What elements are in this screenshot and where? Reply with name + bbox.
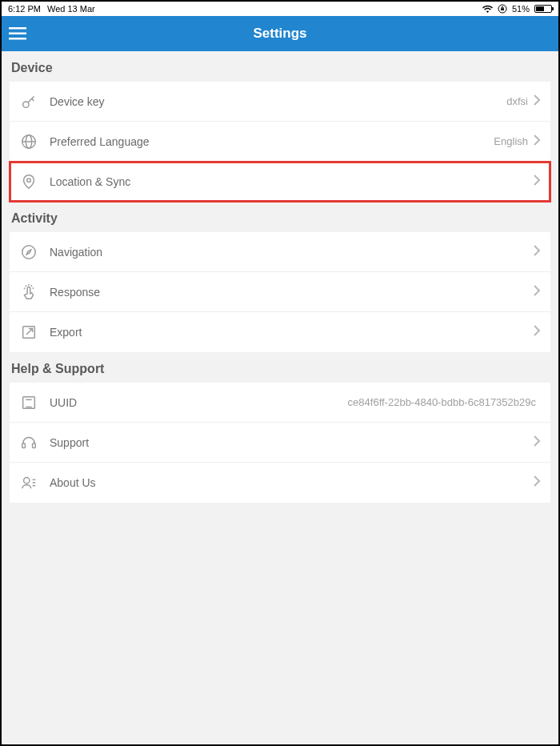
row-label: About Us: [50, 476, 533, 489]
status-date: Wed 13 Mar: [47, 4, 95, 14]
menu-button[interactable]: [2, 16, 34, 51]
wifi-icon: [482, 5, 493, 13]
row-device-key[interactable]: Device key dxfsi: [10, 82, 550, 122]
row-label: Preferred Language: [50, 135, 494, 148]
row-uuid[interactable]: UUID ce84f6ff-22bb-4840-bdbb-6c817352b29…: [10, 383, 550, 423]
chevron-right-icon: [533, 174, 541, 190]
chevron-right-icon: [533, 284, 541, 300]
id-card-icon: [19, 393, 38, 412]
section-header-device: Device: [2, 51, 558, 82]
svg-point-11: [22, 245, 36, 259]
chevron-right-icon: [533, 134, 541, 150]
status-bar: 6:12 PM Wed 13 Mar 51%: [2, 2, 558, 16]
row-about-us[interactable]: About Us: [10, 463, 550, 503]
row-label: UUID: [50, 396, 348, 409]
chevron-right-icon: [533, 244, 541, 260]
nav-bar: Settings: [2, 16, 558, 51]
svg-rect-17: [22, 443, 26, 447]
support-icon: [19, 433, 38, 452]
help-list: UUID ce84f6ff-22bb-4840-bdbb-6c817352b29…: [10, 383, 550, 503]
export-icon: [19, 323, 38, 342]
orientation-lock-icon: [498, 4, 507, 14]
row-navigation[interactable]: Navigation: [10, 232, 550, 272]
row-export[interactable]: Export: [10, 312, 550, 352]
row-label: Response: [50, 286, 533, 299]
row-support[interactable]: Support: [10, 423, 550, 463]
row-preferred-language[interactable]: Preferred Language English: [10, 122, 550, 162]
svg-rect-18: [33, 443, 36, 447]
chevron-right-icon: [533, 324, 541, 340]
device-list: Device key dxfsi Preferred Language Engl…: [10, 82, 550, 202]
compass-icon: [19, 243, 38, 262]
row-label: Location & Sync: [50, 175, 533, 188]
svg-marker-12: [26, 250, 31, 255]
svg-rect-2: [9, 33, 26, 35]
tap-icon: [19, 283, 38, 302]
svg-point-19: [24, 478, 30, 483]
svg-rect-1: [9, 27, 26, 30]
row-response[interactable]: Response: [10, 272, 550, 312]
row-value: dxfsi: [506, 95, 528, 107]
chevron-right-icon: [533, 435, 541, 451]
content-area: Device Device key dxfsi Preferred Langua…: [2, 51, 558, 503]
row-label: Navigation: [50, 246, 533, 259]
section-header-help: Help & Support: [2, 352, 558, 383]
row-label: Device key: [50, 95, 506, 108]
location-pin-icon: [19, 172, 38, 191]
chevron-right-icon: [533, 475, 541, 491]
row-label: Support: [50, 436, 533, 449]
row-label: Export: [50, 326, 533, 339]
key-icon: [19, 92, 38, 111]
globe-icon: [19, 132, 38, 151]
svg-rect-3: [9, 38, 26, 40]
status-time: 6:12 PM: [8, 4, 41, 14]
activity-list: Navigation Response Export: [10, 232, 550, 352]
page-title: Settings: [2, 26, 558, 42]
row-value: ce84f6ff-22bb-4840-bdbb-6c817352b29c: [348, 396, 536, 408]
row-location-sync[interactable]: Location & Sync: [10, 162, 550, 202]
chevron-right-icon: [533, 94, 541, 110]
svg-point-4: [23, 102, 29, 107]
svg-point-10: [27, 178, 31, 182]
row-value: English: [494, 135, 528, 147]
svg-line-6: [32, 98, 34, 101]
battery-percent: 51%: [512, 4, 530, 14]
battery-icon: [534, 5, 552, 13]
section-header-activity: Activity: [2, 202, 558, 232]
people-icon: [19, 473, 38, 492]
